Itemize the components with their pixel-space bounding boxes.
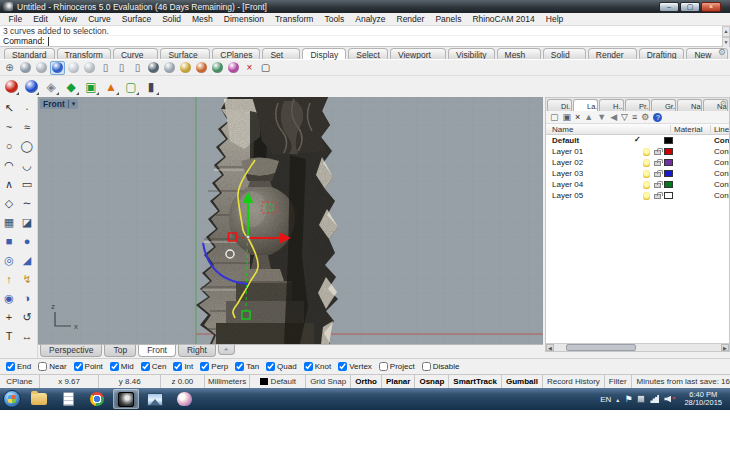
menu-item[interactable]: Render (391, 14, 430, 24)
layer-color-swatch[interactable] (664, 137, 673, 144)
toolbar-tab[interactable]: Set View (262, 48, 300, 59)
collapse-button[interactable]: ◀ (610, 113, 617, 122)
osnap-checkbox[interactable] (379, 362, 388, 371)
freeform-curve-icon[interactable]: ∼ (19, 195, 36, 212)
osnap-checkbox[interactable] (173, 362, 182, 371)
menu-item[interactable]: RhinoCAM 2014 (467, 14, 540, 24)
draft-angle-analysis-icon[interactable]: ▣ (82, 78, 100, 96)
osnap-checkbox[interactable] (74, 362, 83, 371)
panel-horizontal-scrollbar[interactable]: ◀ ▶ (546, 343, 729, 351)
menu-item[interactable]: Solid (157, 14, 187, 24)
boolean-difference-icon[interactable]: ◑ (19, 290, 36, 307)
layer-color-swatch[interactable] (664, 159, 673, 166)
layer-row[interactable]: Default ✓ Continuous (546, 135, 729, 146)
layer-row[interactable]: Layer 05 Continuous (546, 190, 729, 201)
layers-panel-icon[interactable]: La.. (573, 99, 598, 111)
layer-row[interactable]: Layer 02 Continuous (546, 157, 729, 168)
start-button[interactable] (3, 390, 21, 408)
move-icon[interactable]: + (1, 309, 18, 326)
filter-button[interactable]: ▽ (621, 113, 628, 122)
taskbar-clock[interactable]: 6:40 PM 28/10/2015 (680, 391, 726, 407)
toolbar-tab[interactable]: Render Tools (588, 48, 637, 59)
paint-icon[interactable] (171, 389, 197, 409)
direction-analysis-icon[interactable]: ▮ (142, 78, 160, 96)
rotate-icon[interactable]: ↺ (19, 309, 36, 326)
named-views-panel-icon[interactable]: Na.. (677, 99, 702, 111)
extrude-icon[interactable]: ↑ (1, 271, 18, 288)
surface-patch-icon[interactable]: ◪ (19, 214, 36, 231)
osnap-toggle[interactable]: Disable (422, 362, 460, 371)
layer-linetype[interactable]: Continuous (714, 191, 729, 200)
layer-linetype[interactable]: Continuous (714, 136, 729, 145)
notepad-icon[interactable] (55, 389, 81, 409)
analyze-sphere-blue-icon[interactable] (22, 78, 40, 96)
toolbar-tab[interactable]: Solid Tools (543, 48, 586, 59)
move-up-button[interactable]: ▲ (584, 113, 593, 122)
arc-icon[interactable]: ◠ (1, 157, 18, 174)
layer-visibility-icon[interactable] (643, 159, 650, 167)
arc-3pt-icon[interactable]: ◡ (19, 157, 36, 174)
raytraced-display-icon[interactable] (178, 61, 193, 75)
units-readout[interactable]: Millimeters (205, 375, 251, 388)
osnap-toggle[interactable]: Mid (110, 362, 134, 371)
rhino-icon[interactable] (113, 389, 139, 409)
new-sublayer-button[interactable]: ▣ (563, 113, 572, 122)
explorer-icon[interactable] (26, 389, 52, 409)
edge-analysis-icon[interactable]: ▢ (122, 78, 140, 96)
explode-icon[interactable]: ↯ (19, 271, 36, 288)
rectangle-icon[interactable]: ▭ (19, 176, 36, 193)
toolbar-tab[interactable]: Transform (57, 48, 111, 59)
menu-item[interactable]: File (3, 14, 28, 24)
show-hidden-icons-icon[interactable]: ▴ (616, 396, 619, 403)
toolbar-tab[interactable]: Visibility (448, 48, 495, 59)
menu-item[interactable]: Help (540, 14, 568, 24)
cplane-selector[interactable]: CPlane (0, 375, 40, 388)
analyze-sphere-red-icon[interactable] (2, 78, 20, 96)
title-bar[interactable]: Untitled - Rhinoceros 5.0 Evaluation (46… (0, 0, 730, 13)
osnap-checkbox[interactable] (6, 362, 15, 371)
layer-color-swatch[interactable] (664, 148, 673, 155)
minimize-button[interactable]: – (659, 2, 679, 12)
close-button[interactable]: × (701, 2, 721, 12)
front-viewport[interactable]: z x Front ▾ (38, 97, 543, 344)
x-coordinate-readout[interactable]: x 9.67 (40, 375, 100, 388)
panel-gear-icon[interactable]: ⚙ (720, 99, 727, 108)
osnap-toggle[interactable]: Quad (266, 362, 297, 371)
polygon-icon[interactable]: ◇ (1, 195, 18, 212)
technical-display-icon[interactable] (210, 61, 225, 75)
help-panel-button[interactable]: ? (653, 113, 662, 122)
osnap-toggle[interactable]: Knot (304, 362, 331, 371)
menu-item[interactable]: Transform (269, 14, 318, 24)
osnap-toggle[interactable]: Point (74, 362, 103, 371)
toolbar-tab[interactable]: Surface Tools (160, 48, 210, 59)
photo-viewer-icon[interactable] (142, 389, 168, 409)
layer-linetype[interactable]: Continuous (714, 169, 729, 178)
viewport-title[interactable]: Front ▾ (40, 99, 78, 109)
toolbar-tab[interactable]: Curve Tools (113, 48, 158, 59)
update-tray-icon[interactable] (637, 395, 645, 403)
menu-item[interactable]: View (53, 14, 82, 24)
pen-display-icon[interactable] (226, 61, 241, 75)
layer-row[interactable]: Layer 03 Continuous (546, 168, 729, 179)
new-layer-button[interactable]: ▢ (550, 113, 559, 122)
delete-layer-button[interactable]: × (575, 113, 580, 122)
move-down-button[interactable]: ▼ (597, 113, 606, 122)
osnap-checkbox[interactable] (200, 362, 209, 371)
surface-icon[interactable]: ▦ (1, 214, 18, 231)
action-center-flag-icon[interactable]: ⚑ (624, 394, 632, 404)
osnap-toggle[interactable]: Near (38, 362, 66, 371)
osnap-toggle[interactable]: End (6, 362, 31, 371)
scroll-right-icon[interactable]: ▶ (721, 344, 729, 351)
menu-item[interactable]: Tools (319, 14, 350, 24)
polyline-icon[interactable]: ∧ (1, 176, 18, 193)
curvature-analysis-icon[interactable]: ◆ (62, 78, 80, 96)
layer-linetype[interactable]: Continuous (714, 147, 729, 156)
viewport-menu-icon[interactable]: ▾ (68, 100, 76, 108)
add-viewport-icon[interactable]: + (218, 345, 235, 355)
osnap-toggle[interactable]: Perp (200, 362, 228, 371)
layer-color-swatch[interactable] (664, 192, 673, 199)
cone-analysis-icon[interactable]: ▲ (102, 78, 120, 96)
menu-item[interactable]: Curve (83, 14, 117, 24)
osnap-toggle[interactable]: Project (379, 362, 415, 371)
window-select-mouse-icon[interactable]: ▯ (114, 61, 129, 75)
